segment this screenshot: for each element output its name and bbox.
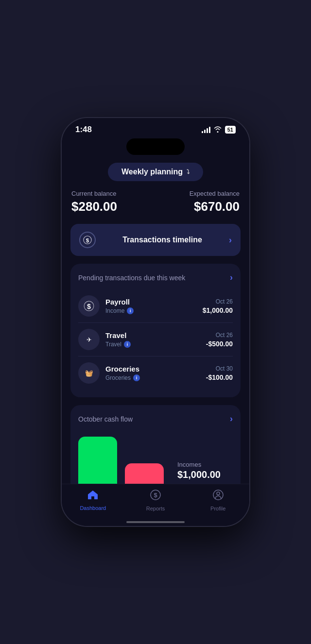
timeline-label: Transactions timeline [103,236,222,244]
pending-card-header: Pending transactions due this week › [78,272,233,283]
svg-text:🧺: 🧺 [85,369,93,377]
chevron-down-icon: ⤵ [187,169,190,175]
status-time: 1:48 [75,125,92,135]
profile-icon [212,489,224,504]
transaction-groceries[interactable]: 🧺 Groceries Groceries i Oct 30 -$100.00 [78,357,233,389]
pending-transactions-card: Pending transactions due this week › $ P… [70,264,241,397]
nav-reports-label: Reports [146,506,165,511]
wifi-icon [213,126,222,134]
expected-balance-label: Expected balance [190,190,240,197]
travel-date: Oct 26 [206,332,233,339]
bar-expenses-group: Expenses [125,437,164,484]
groceries-amount: -$100.00 [206,373,233,381]
reports-icon: $ [150,489,161,504]
signal-bars-icon [202,127,210,133]
payroll-info: Payroll Income i [105,298,197,314]
groceries-date: Oct 30 [206,365,233,372]
legend-incomes: Incomes $1,000.00 [177,461,233,480]
dynamic-island [126,138,185,155]
weekly-planning-label: Weekly planning [121,168,183,176]
status-icons: 51 [202,126,236,134]
transaction-travel[interactable]: ✈ Travel Travel i Oct 26 -$500.00 [78,324,233,355]
cashflow-card-header: October cash flow › [78,414,233,424]
svg-text:$: $ [154,491,157,499]
current-balance-label: Current balance [71,190,117,197]
payroll-icon: $ [78,295,100,317]
cashflow-title: October cash flow [78,415,133,423]
current-balance-value: $280.00 [71,199,117,214]
nav-profile-label: Profile [210,506,225,511]
weekly-selector: Weekly planning ⤵ [70,163,241,181]
svg-text:$: $ [86,237,89,243]
home-indicator [126,521,185,523]
chevron-right-icon: › [229,235,232,245]
expected-balance-value: $670.00 [190,199,240,214]
weekly-planning-button[interactable]: Weekly planning ⤵ [108,163,203,181]
travel-info: Travel Travel i [105,331,200,348]
transaction-payroll[interactable]: $ Payroll Income i Oct 26 $1,000.00 [78,290,233,322]
phone-frame: 1:48 51 [61,117,250,527]
dashboard-icon [87,490,99,503]
phone-screen: 1:48 51 [62,118,249,526]
svg-text:$: $ [87,303,91,310]
pending-card-title: Pending transactions due this week [78,274,185,282]
svg-text:✈: ✈ [86,336,92,343]
divider-1 [78,322,233,323]
payroll-info-dot: i [127,307,134,314]
groceries-right: Oct 30 -$100.00 [206,365,233,381]
travel-category: Travel i [105,341,200,348]
current-balance-item: Current balance $280.00 [71,190,117,214]
battery-indicator: 51 [225,126,236,134]
nav-dashboard[interactable]: Dashboard [62,490,124,511]
chart-area: Incomes Expenses Incomes $1,000.00 Exp [78,432,233,484]
income-bar [78,437,117,484]
chart-legend: Incomes $1,000.00 Expenses $720.00 Balan… [164,461,233,484]
bottom-nav: Dashboard $ Reports [62,484,249,521]
cashflow-card: October cash flow › Incomes Expenses [70,405,241,484]
travel-right: Oct 26 -$500.00 [206,332,233,348]
groceries-name: Groceries [105,365,200,373]
payroll-name: Payroll [105,298,197,306]
svg-point-11 [217,492,220,495]
nav-reports[interactable]: $ Reports [124,489,187,511]
payroll-amount: $1,000.00 [203,306,233,314]
travel-info-dot: i [124,341,131,348]
travel-amount: -$500.00 [206,340,233,348]
nav-dashboard-label: Dashboard [80,505,106,511]
groceries-icon: 🧺 [78,362,100,384]
transactions-timeline-button[interactable]: $ Transactions timeline › [70,224,241,256]
timeline-dollar-icon: $ [79,232,96,248]
pending-chevron-icon[interactable]: › [230,272,233,283]
cashflow-chevron-icon[interactable]: › [230,414,233,424]
payroll-right: Oct 26 $1,000.00 [203,298,233,314]
groceries-info: Groceries Groceries i [105,365,200,381]
payroll-category: Income i [105,307,197,314]
status-bar: 1:48 51 [62,118,249,138]
groceries-info-dot: i [133,374,140,381]
expected-balance-item: Expected balance $670.00 [190,190,240,214]
divider-2 [78,356,233,356]
travel-icon: ✈ [78,329,100,350]
groceries-category: Groceries i [105,374,200,381]
travel-name: Travel [105,331,200,339]
nav-profile[interactable]: Profile [187,489,249,511]
bar-incomes-group: Incomes [78,437,117,484]
main-content: Weekly planning ⤵ Current balance $280.0… [62,157,249,484]
legend-incomes-label: Incomes [177,461,233,468]
expense-bar [125,463,164,484]
balance-row: Current balance $280.00 Expected balance… [70,190,241,214]
legend-incomes-value: $1,000.00 [177,469,233,480]
payroll-date: Oct 26 [203,298,233,305]
